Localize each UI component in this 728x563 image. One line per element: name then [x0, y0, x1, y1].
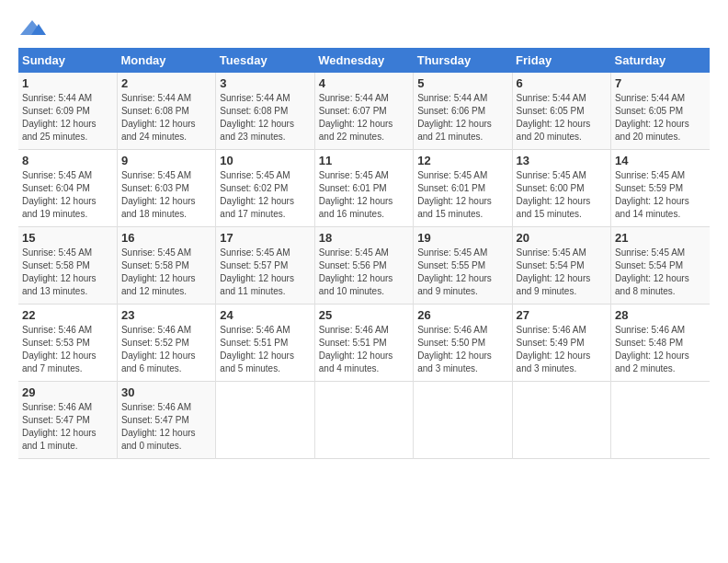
- day-info: Sunrise: 5:46 AM Sunset: 5:53 PM Dayligh…: [22, 324, 113, 375]
- day-number: 14: [615, 154, 706, 167]
- table-row: 8 Sunrise: 5:45 AM Sunset: 6:04 PM Dayli…: [18, 150, 117, 227]
- day-info: Sunrise: 5:44 AM Sunset: 6:09 PM Dayligh…: [22, 92, 113, 144]
- day-number: 28: [615, 308, 706, 322]
- day-info: Sunrise: 5:46 AM Sunset: 5:47 PM Dayligh…: [121, 401, 211, 453]
- table-row: 12 Sunrise: 5:45 AM Sunset: 6:01 PM Dayl…: [414, 150, 512, 227]
- table-row: 29 Sunrise: 5:46 AM Sunset: 5:47 PM Dayl…: [18, 382, 117, 459]
- empty-cell: [314, 382, 413, 459]
- table-row: 2 Sunrise: 5:44 AM Sunset: 6:08 PM Dayli…: [117, 73, 215, 150]
- day-info: Sunrise: 5:46 AM Sunset: 5:51 PM Dayligh…: [319, 324, 409, 375]
- table-row: 13 Sunrise: 5:45 AM Sunset: 6:00 PM Dayl…: [512, 150, 610, 227]
- day-number: 16: [121, 231, 211, 245]
- table-row: 3 Sunrise: 5:44 AM Sunset: 6:08 PM Dayli…: [216, 73, 314, 150]
- day-number: 18: [319, 231, 409, 245]
- day-number: 9: [121, 154, 211, 167]
- day-info: Sunrise: 5:45 AM Sunset: 5:58 PM Dayligh…: [121, 247, 211, 298]
- day-info: Sunrise: 5:45 AM Sunset: 5:59 PM Dayligh…: [615, 169, 706, 221]
- day-info: Sunrise: 5:44 AM Sunset: 6:06 PM Dayligh…: [417, 92, 507, 144]
- day-number: 2: [121, 76, 211, 90]
- empty-cell: [512, 382, 610, 459]
- logo-icon: [18, 18, 46, 39]
- empty-cell: [216, 382, 314, 459]
- day-number: 29: [22, 385, 113, 399]
- col-friday: Friday: [512, 48, 610, 73]
- day-number: 12: [417, 154, 507, 167]
- day-info: Sunrise: 5:46 AM Sunset: 5:47 PM Dayligh…: [22, 401, 113, 453]
- day-info: Sunrise: 5:45 AM Sunset: 5:54 PM Dayligh…: [517, 247, 607, 298]
- calendar-table: Sunday Monday Tuesday Wednesday Thursday…: [18, 48, 710, 459]
- table-row: 22 Sunrise: 5:46 AM Sunset: 5:53 PM Dayl…: [18, 304, 117, 382]
- col-saturday: Saturday: [611, 48, 710, 73]
- table-row: 14 Sunrise: 5:45 AM Sunset: 5:59 PM Dayl…: [611, 150, 710, 227]
- day-info: Sunrise: 5:45 AM Sunset: 6:00 PM Dayligh…: [517, 169, 607, 221]
- day-number: 15: [22, 231, 113, 245]
- table-row: 11 Sunrise: 5:45 AM Sunset: 6:01 PM Dayl…: [314, 150, 413, 227]
- table-row: 4 Sunrise: 5:44 AM Sunset: 6:07 PM Dayli…: [314, 73, 413, 150]
- calendar-week-row: 22 Sunrise: 5:46 AM Sunset: 5:53 PM Dayl…: [18, 304, 710, 382]
- day-number: 3: [220, 76, 310, 90]
- table-row: 26 Sunrise: 5:46 AM Sunset: 5:50 PM Dayl…: [414, 304, 512, 382]
- calendar-week-row: 29 Sunrise: 5:46 AM Sunset: 5:47 PM Dayl…: [18, 382, 710, 459]
- table-row: 7 Sunrise: 5:44 AM Sunset: 6:05 PM Dayli…: [611, 73, 710, 150]
- day-info: Sunrise: 5:45 AM Sunset: 6:01 PM Dayligh…: [319, 169, 409, 221]
- day-number: 21: [615, 231, 706, 245]
- day-number: 26: [417, 308, 507, 322]
- table-row: 16 Sunrise: 5:45 AM Sunset: 5:58 PM Dayl…: [117, 227, 215, 304]
- day-info: Sunrise: 5:46 AM Sunset: 5:50 PM Dayligh…: [417, 324, 507, 375]
- day-info: Sunrise: 5:45 AM Sunset: 6:03 PM Dayligh…: [121, 169, 211, 221]
- day-number: 6: [517, 76, 607, 90]
- day-number: 20: [517, 231, 607, 245]
- page-header: [18, 18, 710, 39]
- table-row: 20 Sunrise: 5:45 AM Sunset: 5:54 PM Dayl…: [512, 227, 610, 304]
- day-info: Sunrise: 5:45 AM Sunset: 6:04 PM Dayligh…: [22, 169, 113, 221]
- table-row: 6 Sunrise: 5:44 AM Sunset: 6:05 PM Dayli…: [512, 73, 610, 150]
- day-number: 11: [319, 154, 409, 167]
- day-number: 17: [220, 231, 310, 245]
- table-row: 18 Sunrise: 5:45 AM Sunset: 5:56 PM Dayl…: [314, 227, 413, 304]
- table-row: 15 Sunrise: 5:45 AM Sunset: 5:58 PM Dayl…: [18, 227, 117, 304]
- day-info: Sunrise: 5:45 AM Sunset: 5:56 PM Dayligh…: [319, 247, 409, 298]
- day-number: 24: [220, 308, 310, 322]
- day-number: 25: [319, 308, 409, 322]
- table-row: 19 Sunrise: 5:45 AM Sunset: 5:55 PM Dayl…: [414, 227, 512, 304]
- table-row: 25 Sunrise: 5:46 AM Sunset: 5:51 PM Dayl…: [314, 304, 413, 382]
- calendar-week-row: 1 Sunrise: 5:44 AM Sunset: 6:09 PM Dayli…: [18, 73, 710, 150]
- table-row: 9 Sunrise: 5:45 AM Sunset: 6:03 PM Dayli…: [117, 150, 215, 227]
- table-row: 1 Sunrise: 5:44 AM Sunset: 6:09 PM Dayli…: [18, 73, 117, 150]
- col-monday: Monday: [117, 48, 215, 73]
- day-number: 13: [517, 154, 607, 167]
- day-info: Sunrise: 5:45 AM Sunset: 5:55 PM Dayligh…: [417, 247, 507, 298]
- col-wednesday: Wednesday: [314, 48, 413, 73]
- day-info: Sunrise: 5:46 AM Sunset: 5:51 PM Dayligh…: [220, 324, 310, 375]
- empty-cell: [611, 382, 710, 459]
- day-number: 30: [121, 385, 211, 399]
- calendar-week-row: 15 Sunrise: 5:45 AM Sunset: 5:58 PM Dayl…: [18, 227, 710, 304]
- calendar-header-row: Sunday Monday Tuesday Wednesday Thursday…: [18, 48, 710, 73]
- day-number: 7: [615, 76, 706, 90]
- col-sunday: Sunday: [18, 48, 117, 73]
- day-number: 19: [417, 231, 507, 245]
- table-row: 28 Sunrise: 5:46 AM Sunset: 5:48 PM Dayl…: [611, 304, 710, 382]
- day-info: Sunrise: 5:45 AM Sunset: 6:01 PM Dayligh…: [417, 169, 507, 221]
- col-thursday: Thursday: [414, 48, 512, 73]
- day-number: 4: [319, 76, 409, 90]
- day-number: 8: [22, 154, 113, 167]
- day-number: 10: [220, 154, 310, 167]
- day-info: Sunrise: 5:45 AM Sunset: 5:58 PM Dayligh…: [22, 247, 113, 298]
- table-row: 24 Sunrise: 5:46 AM Sunset: 5:51 PM Dayl…: [216, 304, 314, 382]
- col-tuesday: Tuesday: [216, 48, 314, 73]
- day-number: 27: [517, 308, 607, 322]
- logo: [18, 18, 50, 39]
- day-info: Sunrise: 5:44 AM Sunset: 6:05 PM Dayligh…: [517, 92, 607, 144]
- day-info: Sunrise: 5:46 AM Sunset: 5:49 PM Dayligh…: [517, 324, 607, 375]
- day-info: Sunrise: 5:45 AM Sunset: 6:02 PM Dayligh…: [220, 169, 310, 221]
- day-info: Sunrise: 5:46 AM Sunset: 5:52 PM Dayligh…: [121, 324, 211, 375]
- table-row: 21 Sunrise: 5:45 AM Sunset: 5:54 PM Dayl…: [611, 227, 710, 304]
- day-info: Sunrise: 5:44 AM Sunset: 6:08 PM Dayligh…: [121, 92, 211, 144]
- day-info: Sunrise: 5:44 AM Sunset: 6:07 PM Dayligh…: [319, 92, 409, 144]
- day-info: Sunrise: 5:45 AM Sunset: 5:54 PM Dayligh…: [615, 247, 706, 298]
- table-row: 23 Sunrise: 5:46 AM Sunset: 5:52 PM Dayl…: [117, 304, 215, 382]
- day-number: 22: [22, 308, 113, 322]
- table-row: 10 Sunrise: 5:45 AM Sunset: 6:02 PM Dayl…: [216, 150, 314, 227]
- empty-cell: [414, 382, 512, 459]
